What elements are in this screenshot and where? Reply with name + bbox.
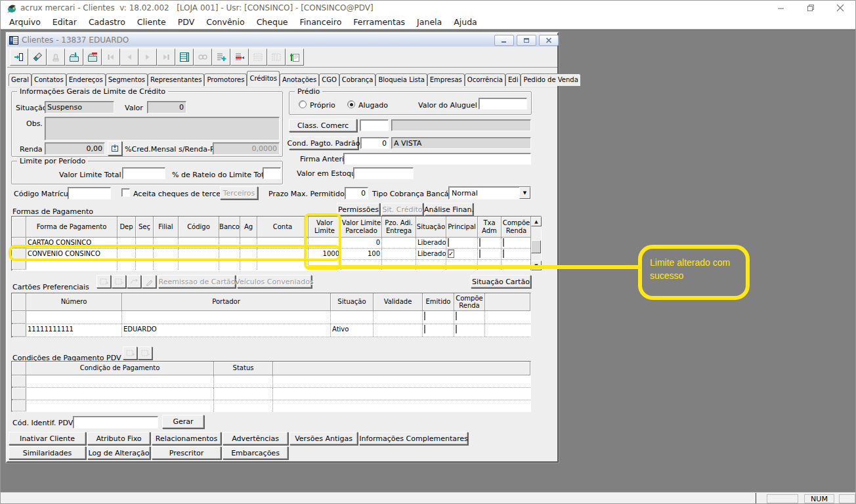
menu-ajuda[interactable]: Ajuda	[448, 15, 483, 29]
folder-remove-button[interactable]	[83, 49, 102, 66]
situacao-field[interactable]: Suspenso	[45, 101, 114, 114]
tab-representantes[interactable]: Representantes	[148, 74, 204, 86]
tipo-cobranca-combobox[interactable]: Normal ▼	[448, 186, 531, 200]
informacoes-complementares-button[interactable]: Informações Complementares	[359, 432, 468, 445]
compoe-renda-checkbox[interactable]	[503, 249, 504, 258]
embarcacoes-button[interactable]: Embarcações	[223, 446, 288, 459]
advertencias-button[interactable]: Advertências	[223, 432, 288, 445]
codigo-matricula-field[interactable]	[68, 187, 111, 200]
principal-checkbox[interactable]: ✓	[448, 249, 454, 258]
valor-estoque-field[interactable]	[353, 167, 414, 179]
insert-record-button[interactable]	[212, 49, 230, 66]
close-button[interactable]	[825, 1, 855, 15]
condicoes-add-button[interactable]	[123, 346, 137, 360]
cond-pagto-button[interactable]: Cond. Pagto. Padrão	[289, 136, 358, 150]
terceiros-button[interactable]: Terceiros	[220, 186, 258, 200]
menu-ferramentas[interactable]: Ferramentas	[347, 15, 411, 29]
similaridades-button[interactable]: Similaridades	[9, 446, 86, 459]
prescritor-button[interactable]: Prescritor	[152, 446, 221, 459]
radio-alugado[interactable]	[347, 100, 355, 108]
nav-last-button[interactable]	[157, 49, 175, 66]
scroll-up-button[interactable]: ▲	[531, 217, 542, 226]
tab-cgo[interactable]: CGO	[319, 74, 339, 86]
valor-limite-total-field[interactable]	[122, 167, 165, 179]
menu-cheque[interactable]: Cheque	[251, 15, 294, 29]
compoe-renda-checkbox[interactable]	[456, 325, 457, 333]
client-minimize-button[interactable]	[494, 35, 514, 46]
valor-aluguel-field[interactable]	[479, 98, 527, 110]
tab-pedido-de-venda[interactable]: Pedido de Venda	[521, 74, 580, 86]
compoe-renda-checkbox[interactable]	[456, 312, 457, 320]
tab-ocorrencia[interactable]: Ocorrência	[465, 74, 505, 86]
client-restore-button[interactable]	[517, 35, 536, 46]
tab-creditos[interactable]: Créditos	[247, 71, 279, 86]
tab-anotacoes[interactable]: Anotações	[280, 74, 319, 86]
cartoes-delete-button[interactable]	[112, 275, 126, 288]
menu-convenio[interactable]: Convênio	[200, 15, 250, 29]
valor-field[interactable]: 0	[147, 101, 186, 114]
cartoes-edit-button[interactable]	[142, 275, 156, 288]
situacao-cartao-button[interactable]: Situação Cartão	[471, 275, 531, 288]
tab-empresas[interactable]: Empresas	[427, 74, 465, 86]
menu-pdv[interactable]: PDV	[172, 15, 201, 29]
tab-edi[interactable]: Edi	[505, 74, 521, 86]
reemissao-cartao-button[interactable]: Reemissao de Cartão	[158, 275, 236, 288]
stamp-button[interactable]	[47, 49, 65, 66]
nav-prev-button[interactable]	[120, 49, 139, 66]
radio-proprio[interactable]	[299, 100, 307, 108]
menu-financeiro[interactable]: Financeiro	[294, 15, 348, 29]
veiculos-conveniados-button[interactable]: Veículos Conveniados	[237, 275, 312, 288]
cheques-terceiros-checkbox[interactable]	[121, 188, 130, 197]
renda-refresh-button[interactable]	[108, 141, 122, 156]
tab-contatos[interactable]: Contatos	[32, 74, 66, 86]
menu-editar[interactable]: Editar	[47, 15, 83, 29]
menu-arquivo[interactable]: Arquivo	[3, 15, 47, 29]
class-comerc-code-field[interactable]	[360, 119, 389, 131]
export-button[interactable]	[286, 49, 304, 66]
firma-anterior-field[interactable]	[343, 153, 531, 165]
emitido-checkbox[interactable]	[424, 325, 425, 333]
cod-identif-pdv-field[interactable]	[73, 416, 158, 429]
tab-cobranca[interactable]: Cobrança	[339, 74, 376, 86]
emitido-checkbox[interactable]	[424, 312, 425, 320]
atributo-fixo-button[interactable]: Atributo Fixo	[87, 432, 150, 445]
cartoes-add-button[interactable]	[96, 275, 111, 288]
gerar-button[interactable]: Gerar	[162, 415, 204, 429]
cartoes-row-eduardo[interactable]: 11111111111 EDUARDO Ativo	[12, 324, 530, 337]
sit-credito-button[interactable]: Sit. Crédito	[381, 203, 423, 216]
nav-next-button[interactable]	[139, 49, 157, 66]
renda-field[interactable]: 0,00	[45, 142, 105, 155]
minimize-button[interactable]	[766, 1, 796, 15]
cond-pagto-code-field[interactable]: 0	[360, 137, 389, 149]
versoes-antigas-button[interactable]: Versões Antigas	[289, 432, 358, 445]
compoe-renda-checkbox[interactable]	[503, 238, 504, 247]
condicoes-row[interactable]	[12, 375, 530, 388]
menu-cadastro[interactable]: Cadastro	[83, 15, 131, 29]
inativar-cliente-button[interactable]: Inativar Cliente	[9, 432, 86, 445]
formas-scrollbar[interactable]: ▲ ▼	[530, 217, 541, 270]
erase-button[interactable]	[28, 49, 47, 66]
class-comerc-button[interactable]: Class. Comerc	[289, 119, 357, 132]
condicoes-row[interactable]	[12, 388, 530, 400]
relacionamentos-button[interactable]: Relacionamentos	[152, 432, 221, 445]
grid-prev-button[interactable]	[249, 49, 267, 66]
tab-enderecos[interactable]: Endereços	[66, 74, 106, 86]
pct-cred-field[interactable]: 0,0000	[213, 142, 280, 155]
rateio-field[interactable]	[263, 167, 281, 179]
permissoes-button[interactable]: Permissões	[337, 203, 380, 216]
save-import-button[interactable]	[65, 49, 83, 66]
log-de-alteracao-button[interactable]: Log de Alteração	[87, 446, 150, 459]
restore-button[interactable]	[796, 1, 825, 15]
exit-button[interactable]	[10, 49, 28, 66]
grid-next-button[interactable]	[267, 49, 286, 66]
condicoes-row[interactable]	[12, 400, 530, 411]
tab-geral[interactable]: Geral	[9, 74, 32, 86]
nav-first-button[interactable]	[102, 49, 120, 66]
tab-promotores[interactable]: Promotores	[204, 74, 247, 86]
scrollbar-thumb[interactable]	[531, 240, 541, 253]
prazo-max-field[interactable]: 0	[345, 187, 368, 200]
menu-janela[interactable]: Janela	[411, 15, 448, 29]
cartoes-row-empty[interactable]	[12, 311, 530, 324]
search-button[interactable]	[194, 49, 212, 66]
analise-finan-button[interactable]: Análise Finan.	[425, 203, 473, 216]
